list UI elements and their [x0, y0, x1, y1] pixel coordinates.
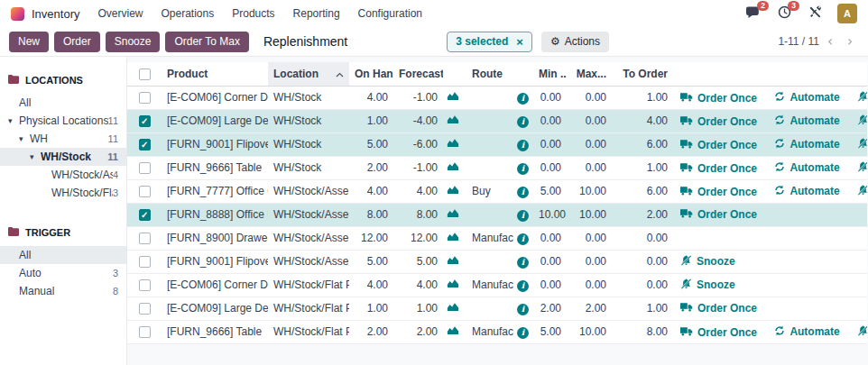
forecast-graph-icon[interactable]: [447, 161, 459, 171]
row-checkbox[interactable]: [139, 279, 151, 291]
automate-button[interactable]: Automate: [774, 114, 839, 128]
row-checkbox[interactable]: [139, 162, 151, 174]
row-checkbox[interactable]: [139, 233, 151, 244]
forecast-graph-icon[interactable]: [447, 232, 459, 242]
snooze-row-button[interactable]: Snooze: [857, 91, 867, 105]
column-header-max[interactable]: Max...: [567, 62, 612, 86]
snooze-row-button[interactable]: Snooze: [680, 278, 735, 292]
user-avatar[interactable]: A: [837, 4, 857, 23]
column-header-route[interactable]: Route: [466, 62, 513, 86]
snooze-button[interactable]: Snooze: [106, 32, 161, 52]
snooze-row-button[interactable]: Snooze: [857, 185, 867, 198]
column-header-on-hand[interactable]: On Hand: [349, 62, 393, 86]
info-icon[interactable]: [517, 163, 529, 175]
table-row[interactable]: [FURN_7777] Office Chair WH/Stock/Asse..…: [127, 179, 867, 203]
menu-configuration[interactable]: Configuration: [358, 7, 422, 20]
forecast-graph-icon[interactable]: [447, 255, 459, 265]
table-row[interactable]: [E-COM09] Large Desk WH/Stock 1.00 -4.00…: [127, 109, 867, 132]
trigger-filter-item[interactable]: Manual8: [0, 282, 126, 300]
trigger-filter-item[interactable]: All: [0, 246, 126, 264]
forecast-graph-icon[interactable]: [447, 185, 459, 195]
row-checkbox[interactable]: [139, 303, 151, 315]
inventory-app-icon[interactable]: [11, 7, 24, 21]
order-once-button[interactable]: Order Once: [680, 302, 757, 315]
new-button[interactable]: New: [9, 32, 49, 52]
menu-reporting[interactable]: Reporting: [293, 7, 340, 20]
table-row[interactable]: [FURN_9666] Table WH/Stock/Flat P... 2.0…: [127, 320, 867, 343]
app-switcher[interactable]: Inventory: [11, 7, 79, 21]
automate-button[interactable]: Automate: [774, 325, 839, 339]
info-icon[interactable]: [517, 210, 529, 222]
info-icon[interactable]: [517, 280, 529, 292]
column-header-to-order[interactable]: To Order: [612, 62, 673, 86]
snooze-row-button[interactable]: Snooze: [857, 114, 867, 128]
forecast-graph-icon[interactable]: [447, 325, 459, 335]
order-button[interactable]: Order: [54, 32, 100, 52]
location-filter-item[interactable]: WH/Stock/Flat P...3: [0, 184, 126, 202]
snooze-row-button[interactable]: Snooze: [857, 161, 867, 175]
info-icon[interactable]: [517, 327, 529, 339]
row-checkbox[interactable]: [139, 256, 151, 268]
forecast-graph-icon[interactable]: [447, 138, 459, 148]
info-icon[interactable]: [517, 187, 529, 198]
caret-down-icon[interactable]: ▾: [8, 116, 19, 125]
close-icon[interactable]: ×: [516, 36, 523, 48]
column-header-min[interactable]: Min ...: [533, 62, 567, 86]
automate-button[interactable]: Automate: [774, 138, 839, 151]
messages-button[interactable]: 2: [745, 5, 762, 22]
menu-products[interactable]: Products: [232, 7, 274, 20]
forecast-graph-icon[interactable]: [447, 302, 459, 312]
menu-operations[interactable]: Operations: [162, 7, 215, 20]
table-row[interactable]: [FURN_9666] Table WH/Stock 2.00 -1.00 0.…: [127, 156, 867, 179]
location-filter-item[interactable]: ▾Physical Locations11: [0, 112, 126, 130]
info-icon[interactable]: [517, 140, 529, 151]
table-row[interactable]: [E-COM06] Corner Desk ... WH/Stock 4.00 …: [127, 86, 867, 109]
table-row[interactable]: [FURN_8900] Drawer Black WH/Stock/Asse..…: [127, 226, 867, 250]
caret-down-icon[interactable]: ▾: [30, 152, 41, 161]
location-filter-item[interactable]: All: [0, 94, 126, 112]
automate-button[interactable]: Automate: [774, 91, 839, 105]
forecast-graph-icon[interactable]: [447, 91, 459, 101]
table-row[interactable]: [FURN_8888] Office Lamp WH/Stock/Asse...…: [127, 203, 867, 226]
order-once-button[interactable]: Order Once: [680, 115, 757, 128]
order-once-button[interactable]: Order Once: [680, 208, 757, 221]
caret-down-icon[interactable]: ▾: [19, 134, 30, 143]
row-checkbox[interactable]: [139, 326, 151, 338]
snooze-row-button[interactable]: Snooze: [857, 325, 867, 339]
table-row[interactable]: [FURN_9001] Flipover WH/Stock/Asse... 5.…: [127, 250, 867, 273]
automate-button[interactable]: Automate: [774, 185, 839, 198]
column-header-product[interactable]: Product: [162, 62, 268, 86]
info-icon[interactable]: [517, 233, 529, 245]
table-row[interactable]: [E-COM06] Corner Desk ... WH/Stock/Flat …: [127, 273, 867, 297]
table-row[interactable]: [E-COM09] Large Desk WH/Stock/Flat P... …: [127, 297, 867, 320]
row-checkbox[interactable]: [139, 209, 151, 221]
info-icon[interactable]: [517, 304, 529, 315]
column-header-forecast[interactable]: Forecast: [393, 62, 443, 86]
pager-next-button[interactable]: ›: [841, 33, 859, 50]
pager-previous-button[interactable]: ‹: [821, 33, 839, 50]
row-checkbox[interactable]: [139, 186, 151, 197]
forecast-graph-icon[interactable]: [447, 208, 459, 218]
info-icon[interactable]: [517, 116, 529, 128]
order-to-max-button[interactable]: Order To Max: [165, 32, 248, 52]
table-row[interactable]: [FURN_9001] Flipover WH/Stock 5.00 -6.00…: [127, 132, 867, 156]
snooze-row-button[interactable]: Snooze: [857, 138, 867, 151]
developer-tools-button[interactable]: [807, 5, 823, 22]
location-filter-item[interactable]: WH/Stock/Asse...4: [0, 166, 126, 184]
actions-button[interactable]: ⚙ Actions: [541, 32, 609, 52]
order-once-button[interactable]: Order Once: [680, 186, 757, 198]
forecast-graph-icon[interactable]: [447, 278, 459, 288]
select-all-checkbox[interactable]: [139, 68, 151, 80]
order-once-button[interactable]: Order Once: [680, 139, 757, 151]
column-header-location[interactable]: Location: [268, 62, 349, 86]
row-checkbox[interactable]: [139, 92, 151, 104]
info-icon[interactable]: [517, 257, 529, 269]
menu-overview[interactable]: Overview: [97, 7, 143, 20]
row-checkbox[interactable]: [139, 139, 151, 151]
location-filter-item[interactable]: ▾WH/Stock11: [0, 148, 126, 166]
info-icon[interactable]: [517, 93, 529, 105]
location-filter-item[interactable]: ▾WH11: [0, 130, 126, 148]
order-once-button[interactable]: Order Once: [680, 162, 757, 175]
order-once-button[interactable]: Order Once: [680, 92, 757, 105]
snooze-row-button[interactable]: Snooze: [680, 255, 735, 269]
